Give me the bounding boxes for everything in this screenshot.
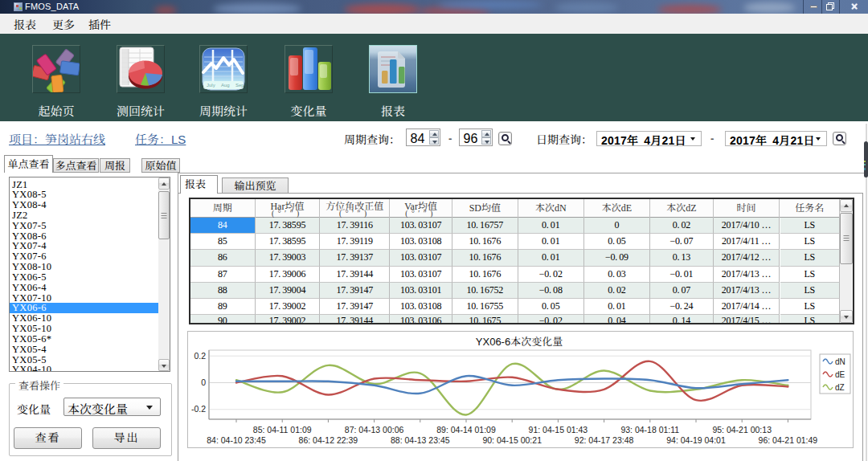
svg-text:85: 04-11 01:09: 85: 04-11 01:09 [253,425,312,434]
svg-text:Aug: Aug [221,83,230,88]
svg-text:87: 04-13 00:06: 87: 04-13 00:06 [345,425,404,434]
svg-text:84: 04-10 23:45: 84: 04-10 23:45 [207,435,266,445]
svg-text:Sep: Sep [235,83,244,88]
svg-text:dE: dE [835,370,845,379]
svg-text:96: 04-21 01:49: 96: 04-21 01:49 [759,435,818,445]
svg-text:dN: dN [835,357,845,366]
svg-text:89: 04-14 01:09: 89: 04-14 01:09 [436,425,496,434]
svg-text:YX06-6本次变化量: YX06-6本次变化量 [476,336,563,348]
svg-text:0.2: 0.2 [194,351,206,361]
svg-text:95: 04-21 00:13: 95: 04-21 00:13 [712,425,772,434]
svg-text:91: 04-15 01:43: 91: 04-15 01:43 [529,425,588,434]
svg-text:94: 04-19 04:01: 94: 04-19 04:01 [666,435,726,445]
svg-text:93: 04-18 01:11: 93: 04-18 01:11 [620,425,679,434]
svg-text:92: 04-17 23:48: 92: 04-17 23:48 [575,435,634,445]
svg-text:86: 04-12 22:39: 86: 04-12 22:39 [299,435,358,445]
svg-text:88: 04-13 23:45: 88: 04-13 23:45 [391,435,450,445]
svg-text:-0.2: -0.2 [191,404,206,414]
svg-text:90: 04-15 00:21: 90: 04-15 00:21 [482,435,542,445]
svg-text:July: July [207,83,215,88]
svg-text:0: 0 [201,377,206,387]
svg-text:dZ: dZ [835,383,845,392]
